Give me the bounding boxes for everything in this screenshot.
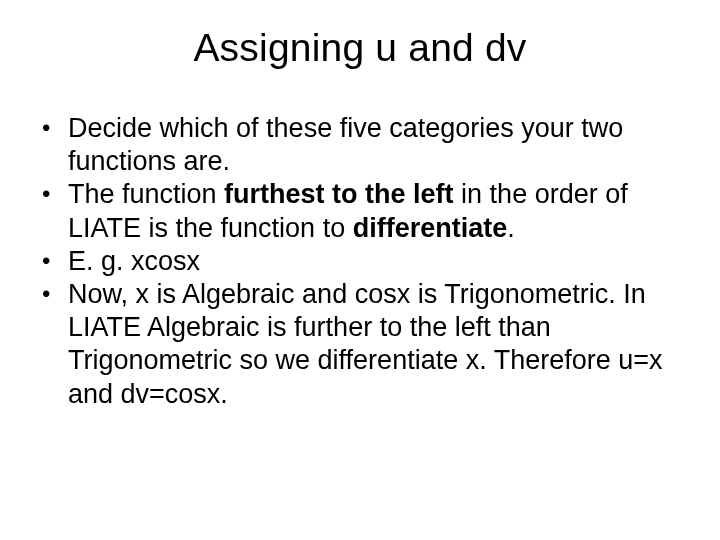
list-item: Decide which of these five categories yo…: [36, 112, 684, 178]
list-item: The function furthest to the left in the…: [36, 178, 684, 244]
bullet-list: Decide which of these five categories yo…: [36, 112, 684, 411]
list-item: E. g. xcosx: [36, 245, 684, 278]
text-segment: Now, x is Algebraic and cosx is Trigonom…: [68, 279, 663, 409]
text-segment: .: [507, 213, 515, 243]
text-segment: furthest to the left: [224, 179, 454, 209]
list-item: Now, x is Algebraic and cosx is Trigonom…: [36, 278, 684, 411]
text-segment: Decide which of these five categories yo…: [68, 113, 623, 176]
text-segment: The function: [68, 179, 224, 209]
text-segment: E. g. xcosx: [68, 246, 200, 276]
text-segment: differentiate: [353, 213, 508, 243]
slide-title: Assigning u and dv: [36, 26, 684, 70]
